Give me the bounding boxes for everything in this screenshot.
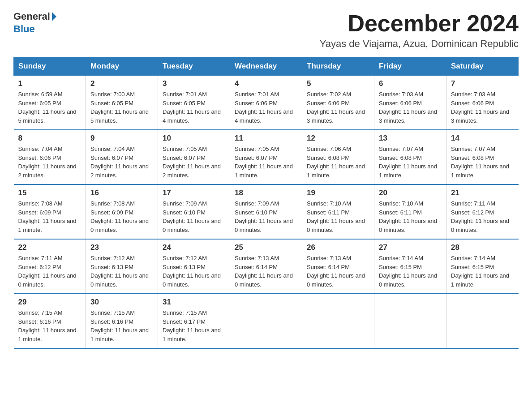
calendar-cell: 28 Sunrise: 7:14 AMSunset: 6:15 PMDaylig… <box>446 239 519 294</box>
day-info: Sunrise: 7:08 AMSunset: 6:09 PMDaylight:… <box>18 199 82 234</box>
day-info: Sunrise: 7:01 AMSunset: 6:05 PMDaylight:… <box>163 90 225 125</box>
calendar-cell: 29 Sunrise: 7:15 AMSunset: 6:16 PMDaylig… <box>14 294 86 348</box>
day-number: 16 <box>90 188 153 197</box>
day-info: Sunrise: 7:12 AMSunset: 6:13 PMDaylight:… <box>90 254 153 289</box>
calendar-cell: 21 Sunrise: 7:11 AMSunset: 6:12 PMDaylig… <box>446 184 519 239</box>
day-info: Sunrise: 7:03 AMSunset: 6:06 PMDaylight:… <box>451 90 514 125</box>
day-info: Sunrise: 7:15 AMSunset: 6:17 PMDaylight:… <box>163 308 225 343</box>
calendar-cell: 18 Sunrise: 7:09 AMSunset: 6:10 PMDaylig… <box>230 184 302 239</box>
day-info: Sunrise: 7:12 AMSunset: 6:13 PMDaylight:… <box>163 254 225 289</box>
calendar-week-row: 15 Sunrise: 7:08 AMSunset: 6:09 PMDaylig… <box>14 184 519 239</box>
day-number: 10 <box>163 134 225 143</box>
day-number: 1 <box>18 79 82 88</box>
day-number: 26 <box>307 243 369 252</box>
weekday-header-saturday: Saturday <box>446 57 519 76</box>
calendar-week-row: 8 Sunrise: 7:04 AMSunset: 6:06 PMDayligh… <box>14 130 519 184</box>
day-number: 21 <box>451 188 514 197</box>
day-number: 14 <box>451 134 514 143</box>
calendar-cell <box>230 294 302 348</box>
calendar-cell: 31 Sunrise: 7:15 AMSunset: 6:17 PMDaylig… <box>158 294 230 348</box>
calendar-week-row: 29 Sunrise: 7:15 AMSunset: 6:16 PMDaylig… <box>14 294 519 348</box>
day-info: Sunrise: 6:59 AMSunset: 6:05 PMDaylight:… <box>18 90 82 125</box>
logo: General Blue <box>13 11 56 35</box>
day-number: 31 <box>163 298 225 307</box>
calendar-week-row: 1 Sunrise: 6:59 AMSunset: 6:05 PMDayligh… <box>14 76 519 130</box>
day-number: 25 <box>235 243 297 252</box>
day-info: Sunrise: 7:15 AMSunset: 6:16 PMDaylight:… <box>90 308 153 343</box>
day-number: 20 <box>379 188 442 197</box>
day-info: Sunrise: 7:09 AMSunset: 6:10 PMDaylight:… <box>163 199 225 234</box>
month-title: December 2024 <box>320 11 519 36</box>
day-number: 5 <box>307 79 369 88</box>
weekday-header-friday: Friday <box>374 57 446 76</box>
calendar-week-row: 22 Sunrise: 7:11 AMSunset: 6:12 PMDaylig… <box>14 239 519 294</box>
day-number: 17 <box>163 188 225 197</box>
day-number: 27 <box>379 243 442 252</box>
calendar-cell: 2 Sunrise: 7:00 AMSunset: 6:05 PMDayligh… <box>86 76 158 130</box>
day-info: Sunrise: 7:07 AMSunset: 6:08 PMDaylight:… <box>379 145 442 180</box>
day-number: 8 <box>18 134 82 143</box>
calendar-cell <box>446 294 519 348</box>
calendar-cell: 17 Sunrise: 7:09 AMSunset: 6:10 PMDaylig… <box>158 184 230 239</box>
day-number: 11 <box>235 134 297 143</box>
calendar-cell: 1 Sunrise: 6:59 AMSunset: 6:05 PMDayligh… <box>14 76 86 130</box>
day-number: 6 <box>379 79 442 88</box>
logo-general-text: General <box>13 11 50 22</box>
day-info: Sunrise: 7:04 AMSunset: 6:07 PMDaylight:… <box>90 145 153 180</box>
day-number: 28 <box>451 243 514 252</box>
calendar-cell: 5 Sunrise: 7:02 AMSunset: 6:06 PMDayligh… <box>302 76 374 130</box>
calendar-cell: 30 Sunrise: 7:15 AMSunset: 6:16 PMDaylig… <box>86 294 158 348</box>
day-number: 2 <box>90 79 153 88</box>
day-info: Sunrise: 7:11 AMSunset: 6:12 PMDaylight:… <box>451 199 514 234</box>
day-number: 30 <box>90 298 153 307</box>
calendar-cell: 6 Sunrise: 7:03 AMSunset: 6:06 PMDayligh… <box>374 76 446 130</box>
day-info: Sunrise: 7:00 AMSunset: 6:05 PMDaylight:… <box>90 90 153 125</box>
calendar-cell: 7 Sunrise: 7:03 AMSunset: 6:06 PMDayligh… <box>446 76 519 130</box>
calendar-table: SundayMondayTuesdayWednesdayThursdayFrid… <box>13 57 519 349</box>
day-info: Sunrise: 7:14 AMSunset: 6:15 PMDaylight:… <box>451 254 514 289</box>
day-info: Sunrise: 7:03 AMSunset: 6:06 PMDaylight:… <box>379 90 442 125</box>
day-info: Sunrise: 7:10 AMSunset: 6:11 PMDaylight:… <box>379 199 442 234</box>
day-number: 9 <box>90 134 153 143</box>
calendar-cell: 25 Sunrise: 7:13 AMSunset: 6:14 PMDaylig… <box>230 239 302 294</box>
logo-arrow-icon <box>52 12 56 21</box>
day-info: Sunrise: 7:13 AMSunset: 6:14 PMDaylight:… <box>235 254 297 289</box>
day-info: Sunrise: 7:10 AMSunset: 6:11 PMDaylight:… <box>307 199 369 234</box>
weekday-header-thursday: Thursday <box>302 57 374 76</box>
day-number: 18 <box>235 188 297 197</box>
calendar-cell: 19 Sunrise: 7:10 AMSunset: 6:11 PMDaylig… <box>302 184 374 239</box>
day-number: 7 <box>451 79 514 88</box>
weekday-header-wednesday: Wednesday <box>230 57 302 76</box>
calendar-cell: 26 Sunrise: 7:13 AMSunset: 6:14 PMDaylig… <box>302 239 374 294</box>
day-info: Sunrise: 7:15 AMSunset: 6:16 PMDaylight:… <box>18 308 82 343</box>
day-number: 13 <box>379 134 442 143</box>
page-header: General Blue December 2024 Yayas de Viaj… <box>13 11 519 50</box>
calendar-cell: 24 Sunrise: 7:12 AMSunset: 6:13 PMDaylig… <box>158 239 230 294</box>
day-number: 3 <box>163 79 225 88</box>
weekday-header-monday: Monday <box>86 57 158 76</box>
calendar-cell: 8 Sunrise: 7:04 AMSunset: 6:06 PMDayligh… <box>14 130 86 184</box>
calendar-cell: 23 Sunrise: 7:12 AMSunset: 6:13 PMDaylig… <box>86 239 158 294</box>
calendar-cell: 9 Sunrise: 7:04 AMSunset: 6:07 PMDayligh… <box>86 130 158 184</box>
day-number: 12 <box>307 134 369 143</box>
calendar-cell: 14 Sunrise: 7:07 AMSunset: 6:08 PMDaylig… <box>446 130 519 184</box>
calendar-cell: 27 Sunrise: 7:14 AMSunset: 6:15 PMDaylig… <box>374 239 446 294</box>
day-info: Sunrise: 7:02 AMSunset: 6:06 PMDaylight:… <box>307 90 369 125</box>
day-info: Sunrise: 7:08 AMSunset: 6:09 PMDaylight:… <box>90 199 153 234</box>
calendar-cell: 22 Sunrise: 7:11 AMSunset: 6:12 PMDaylig… <box>14 239 86 294</box>
calendar-cell: 3 Sunrise: 7:01 AMSunset: 6:05 PMDayligh… <box>158 76 230 130</box>
calendar-cell: 13 Sunrise: 7:07 AMSunset: 6:08 PMDaylig… <box>374 130 446 184</box>
day-number: 15 <box>18 188 82 197</box>
calendar-cell <box>302 294 374 348</box>
calendar-cell <box>374 294 446 348</box>
weekday-header-sunday: Sunday <box>14 57 86 76</box>
day-info: Sunrise: 7:01 AMSunset: 6:06 PMDaylight:… <box>235 90 297 125</box>
calendar-cell: 16 Sunrise: 7:08 AMSunset: 6:09 PMDaylig… <box>86 184 158 239</box>
day-info: Sunrise: 7:11 AMSunset: 6:12 PMDaylight:… <box>18 254 82 289</box>
day-info: Sunrise: 7:09 AMSunset: 6:10 PMDaylight:… <box>235 199 297 234</box>
calendar-header-row: SundayMondayTuesdayWednesdayThursdayFrid… <box>14 57 519 76</box>
calendar-cell: 15 Sunrise: 7:08 AMSunset: 6:09 PMDaylig… <box>14 184 86 239</box>
calendar-cell: 12 Sunrise: 7:06 AMSunset: 6:08 PMDaylig… <box>302 130 374 184</box>
day-number: 24 <box>163 243 225 252</box>
location-title: Yayas de Viajama, Azua, Dominican Republ… <box>320 38 519 50</box>
